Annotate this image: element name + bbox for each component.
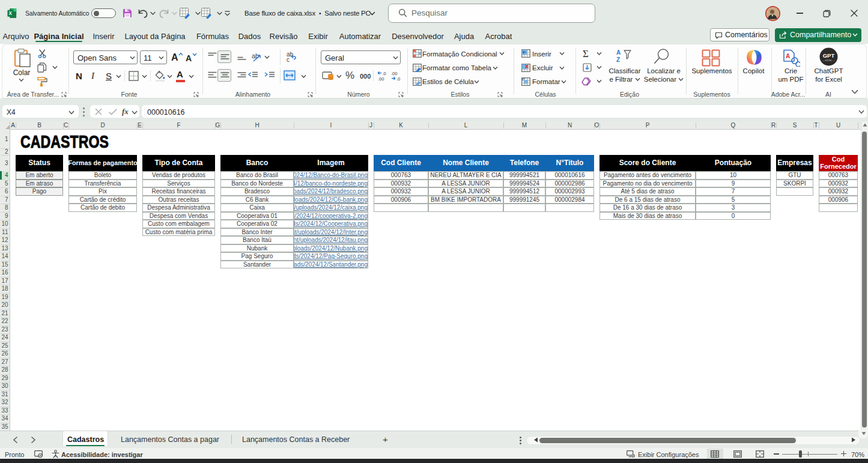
svg-text:Z: Z <box>616 56 620 63</box>
svg-text:— EXCEL —: — EXCEL — <box>822 59 835 62</box>
svg-text:X: X <box>8 10 12 17</box>
svg-text:.00: .00 <box>378 76 384 82</box>
svg-text:c: c <box>287 56 290 62</box>
svg-text:A: A <box>616 49 621 56</box>
svg-text:.0: .0 <box>396 76 400 82</box>
svg-text:A: A <box>786 53 790 59</box>
svg-text:ab: ab <box>252 52 259 59</box>
svg-text:GPT: GPT <box>823 52 835 59</box>
